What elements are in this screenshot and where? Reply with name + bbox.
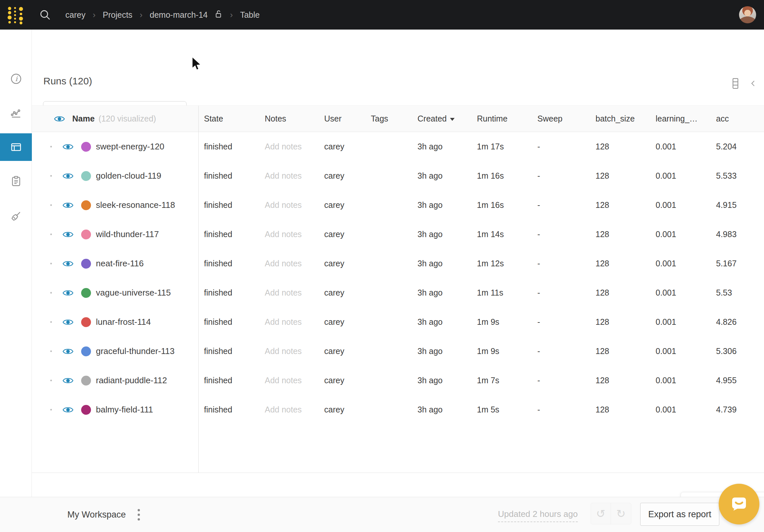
updated-timestamp[interactable]: Updated 2 hours ago bbox=[498, 509, 578, 522]
visibility-eye-icon[interactable] bbox=[63, 201, 74, 209]
user-avatar[interactable] bbox=[739, 6, 756, 23]
run-notes[interactable]: Add notes bbox=[259, 190, 318, 220]
sidebar-item-table[interactable] bbox=[0, 133, 32, 161]
drag-handle[interactable] bbox=[49, 145, 53, 148]
wandb-logo[interactable] bbox=[7, 5, 24, 25]
run-batch-size: 128 bbox=[590, 366, 650, 395]
run-name[interactable]: balmy-field-111 bbox=[96, 405, 153, 415]
breadcrumb-item[interactable]: Table bbox=[240, 10, 260, 20]
column-header-state[interactable]: State bbox=[198, 106, 259, 132]
table-row[interactable]: golden-cloud-119finishedAdd notescarey3h… bbox=[32, 161, 764, 190]
drag-handle[interactable] bbox=[49, 262, 53, 266]
workspace-menu-button[interactable] bbox=[136, 508, 141, 522]
visibility-eye-icon[interactable] bbox=[63, 406, 74, 414]
table-row[interactable]: wild-thunder-117finishedAdd notescarey3h… bbox=[32, 220, 764, 249]
run-notes[interactable]: Add notes bbox=[259, 307, 318, 337]
drag-handle[interactable] bbox=[49, 204, 53, 207]
run-name[interactable]: wild-thunder-117 bbox=[96, 229, 159, 240]
run-state: finished bbox=[198, 190, 259, 220]
run-notes[interactable]: Add notes bbox=[259, 249, 318, 278]
drag-handle[interactable] bbox=[49, 379, 53, 382]
breadcrumb-item[interactable]: demo-march-14 bbox=[150, 10, 208, 20]
drag-handle[interactable] bbox=[49, 174, 53, 178]
export-as-report-button[interactable]: Export as report bbox=[640, 503, 719, 526]
drag-handle[interactable] bbox=[49, 408, 53, 412]
visibility-eye-icon[interactable] bbox=[63, 172, 74, 180]
collapse-panel-chevron-icon[interactable] bbox=[749, 79, 757, 88]
run-name[interactable]: graceful-thunder-113 bbox=[96, 346, 174, 356]
table-row[interactable]: sleek-resonance-118finishedAdd notescare… bbox=[32, 190, 764, 220]
run-name[interactable]: vague-universe-115 bbox=[96, 288, 171, 298]
column-header-name[interactable]: Name (120 visualized) bbox=[32, 106, 198, 132]
run-tags bbox=[365, 395, 412, 424]
chat-widget-button[interactable] bbox=[719, 484, 759, 524]
run-tags bbox=[365, 161, 412, 190]
breadcrumb-item[interactable]: carey bbox=[65, 10, 86, 20]
table-row[interactable]: neat-fire-116finishedAdd notescarey3h ag… bbox=[32, 249, 764, 278]
run-notes[interactable]: Add notes bbox=[259, 366, 318, 395]
breadcrumb-item[interactable]: Projects bbox=[103, 10, 132, 20]
visibility-eye-icon[interactable] bbox=[54, 115, 65, 123]
column-header-sweep[interactable]: Sweep bbox=[532, 106, 590, 132]
visibility-eye-icon[interactable] bbox=[63, 231, 74, 239]
run-user: carey bbox=[318, 220, 365, 249]
drag-handle[interactable] bbox=[49, 320, 53, 324]
run-name[interactable]: sleek-resonance-118 bbox=[96, 200, 175, 210]
sidebar-item-charts[interactable] bbox=[0, 99, 32, 127]
run-acc: 5.204 bbox=[710, 132, 764, 161]
column-header-created[interactable]: Created bbox=[412, 106, 471, 132]
run-user: carey bbox=[318, 249, 365, 278]
panel-layout-icon[interactable] bbox=[730, 78, 740, 89]
column-header-user[interactable]: User bbox=[318, 106, 365, 132]
run-name[interactable]: neat-fire-116 bbox=[96, 259, 144, 268]
global-search-icon[interactable] bbox=[39, 9, 51, 21]
table-row[interactable]: swept-energy-120finishedAdd notescarey3h… bbox=[32, 132, 764, 161]
column-header-tags[interactable]: Tags bbox=[365, 106, 412, 132]
table-row[interactable]: radiant-puddle-112finishedAdd notescarey… bbox=[32, 366, 764, 395]
run-name[interactable]: radiant-puddle-112 bbox=[96, 375, 167, 386]
drag-handle[interactable] bbox=[49, 291, 53, 294]
run-notes[interactable]: Add notes bbox=[259, 395, 318, 424]
run-name[interactable]: swept-energy-120 bbox=[96, 141, 164, 152]
visibility-eye-icon[interactable] bbox=[63, 347, 74, 355]
drag-handle[interactable] bbox=[49, 233, 53, 236]
sidebar-item-overview[interactable]: i bbox=[0, 65, 32, 92]
run-notes[interactable]: Add notes bbox=[259, 132, 318, 161]
run-created: 3h ago bbox=[412, 307, 471, 337]
undo-button[interactable]: ↺ bbox=[591, 503, 611, 524]
redo-button[interactable]: ↻ bbox=[611, 503, 631, 524]
column-header-learning-[interactable]: learning_… bbox=[650, 106, 710, 132]
run-color-dot bbox=[81, 230, 91, 240]
column-header-acc[interactable]: acc bbox=[710, 106, 764, 132]
run-name[interactable]: lunar-frost-114 bbox=[96, 317, 151, 327]
info-icon: i bbox=[10, 73, 22, 85]
column-header-notes[interactable]: Notes bbox=[259, 106, 318, 132]
run-tags bbox=[365, 366, 412, 395]
run-notes[interactable]: Add notes bbox=[259, 161, 318, 190]
visibility-eye-icon[interactable] bbox=[63, 143, 74, 151]
run-notes[interactable]: Add notes bbox=[259, 278, 318, 307]
run-created: 3h ago bbox=[412, 190, 471, 220]
table-row[interactable]: lunar-frost-114finishedAdd notescarey3h … bbox=[32, 307, 764, 337]
sidebar-item-sweeps[interactable] bbox=[0, 202, 32, 230]
visibility-eye-icon[interactable] bbox=[63, 260, 74, 267]
visibility-eye-icon[interactable] bbox=[63, 289, 74, 297]
table-row[interactable]: balmy-field-111finishedAdd notescarey3h … bbox=[32, 395, 764, 424]
run-notes[interactable]: Add notes bbox=[259, 220, 318, 249]
visibility-eye-icon[interactable] bbox=[63, 377, 74, 385]
sidebar-item-notes[interactable] bbox=[0, 167, 32, 195]
run-notes[interactable]: Add notes bbox=[259, 337, 318, 366]
table-row[interactable]: vague-universe-115finishedAdd notescarey… bbox=[32, 278, 764, 307]
run-state: finished bbox=[198, 220, 259, 249]
drag-handle[interactable] bbox=[49, 350, 53, 353]
column-header-batch-size[interactable]: batch_size bbox=[590, 106, 650, 132]
workspace-label[interactable]: My Workspace bbox=[67, 497, 126, 532]
sort-caret-icon bbox=[450, 118, 455, 121]
run-learning-rate: 0.001 bbox=[650, 249, 710, 278]
run-name[interactable]: golden-cloud-119 bbox=[96, 171, 161, 181]
visibility-eye-icon[interactable] bbox=[63, 318, 74, 326]
table-row[interactable]: graceful-thunder-113finishedAdd notescar… bbox=[32, 337, 764, 366]
column-header-runtime[interactable]: Runtime bbox=[471, 106, 532, 132]
run-state: finished bbox=[198, 395, 259, 424]
breadcrumb-separator-icon: › bbox=[140, 10, 142, 20]
